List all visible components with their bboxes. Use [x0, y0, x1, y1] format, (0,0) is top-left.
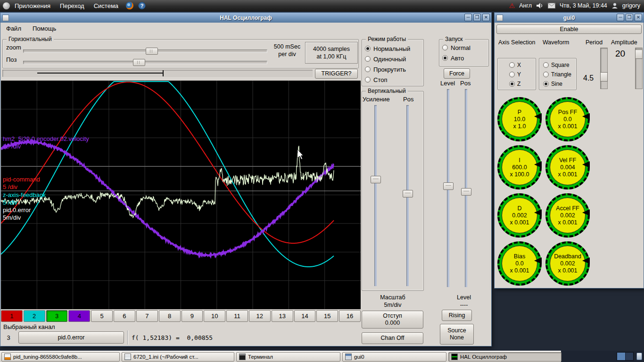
menu-applications[interactable]: Приложения [10, 0, 55, 11]
radio-normal[interactable]: Normal [439, 42, 488, 53]
force-button[interactable]: Force [444, 68, 470, 79]
menu-help[interactable]: Помощь [27, 25, 62, 32]
menu-system[interactable]: Система [89, 0, 123, 11]
source-value: None [450, 334, 464, 341]
knob-d[interactable]: D0.002x 0.001 [497, 193, 542, 238]
maximize-button[interactable]: ❐ [626, 14, 633, 21]
channel-button-5[interactable]: 5 [91, 310, 113, 322]
trigger-button[interactable]: TRIGGER? [315, 69, 358, 79]
zoom-slider-track[interactable] [23, 49, 267, 53]
gui0-titlebar[interactable]: gui0 ─ ❐ ✕ [495, 13, 644, 23]
menu-file[interactable]: Файл [0, 25, 27, 32]
keyboard-layout-indicator[interactable]: Англ [519, 2, 532, 9]
channel-button-12[interactable]: 12 [249, 310, 271, 322]
workspace-switcher[interactable] [617, 352, 634, 361]
trigger-source-button[interactable]: Source None [440, 324, 474, 345]
channel-button-16[interactable]: 16 [339, 310, 361, 322]
radio-icon [509, 72, 515, 77]
radio-y[interactable]: Y [506, 70, 536, 79]
trigger-level-slider-handle[interactable] [443, 182, 454, 190]
radio-z[interactable]: Z [506, 79, 536, 89]
knob-pos-ff[interactable]: Pos FF0.0x 0.001 [545, 97, 590, 141]
workspace-1[interactable] [617, 353, 626, 360]
channel-button-7[interactable]: 7 [136, 310, 158, 322]
knob-accel-ff[interactable]: Accel FF0.002x 0.001 [545, 193, 590, 238]
pos-slider-track[interactable] [23, 61, 267, 64]
channel-button-13[interactable]: 13 [272, 310, 293, 322]
channel-button-15[interactable]: 15 [316, 310, 338, 322]
knob-bias[interactable]: Bias0.0x 0.001 [497, 241, 542, 286]
radio-нормальный[interactable]: Нормальный [362, 43, 423, 54]
taskbar-item-терминал[interactable]: Терминал [236, 352, 340, 362]
period-slider-track[interactable] [600, 48, 608, 89]
axis-selection-label: Axis Selection [498, 39, 536, 46]
selected-channel-name-button[interactable]: pid.0.error [18, 331, 124, 344]
radio-одиночный[interactable]: Одиночный [362, 54, 423, 64]
radio-стоп[interactable]: Стоп [362, 74, 423, 85]
warning-icon[interactable]: ⚠ [509, 2, 515, 9]
taskbar-item-6720-1-ini-рабочий-ст[interactable]: 6720_1.ini (~/Рабочий ст... [122, 352, 234, 362]
vertical-pos-slider-handle[interactable] [403, 190, 413, 197]
halscope-titlebar[interactable]: HAL Осциллограф ─ ❐ ✕ [0, 13, 491, 23]
amplitude-value: 20 [615, 49, 625, 59]
close-button[interactable]: ✕ [635, 14, 642, 21]
channel-button-11[interactable]: 11 [226, 310, 248, 322]
taskbar-item-pid-tuning-865580c9afe8b[interactable]: pid_tuning-865580c9afe8b... [1, 352, 120, 362]
channel-button-6[interactable]: 6 [114, 310, 135, 322]
radio-x[interactable]: X [506, 60, 536, 70]
channel-button-4[interactable]: 4 [68, 310, 90, 322]
minimize-button[interactable]: ─ [464, 14, 472, 21]
help-launcher-icon[interactable]: ? [138, 2, 146, 9]
mail-icon[interactable] [548, 3, 555, 8]
radio-triangle[interactable]: Triangle [540, 70, 576, 79]
channel-button-3[interactable]: 3 [46, 310, 68, 322]
channel-button-2[interactable]: 2 [24, 310, 45, 322]
radio-авто[interactable]: Авто [439, 53, 488, 63]
close-button[interactable]: ✕ [482, 14, 490, 21]
workspace-2[interactable] [626, 353, 634, 360]
user-name[interactable]: grigory [622, 2, 640, 9]
channel-button-9[interactable]: 9 [182, 310, 203, 322]
channel-button-14[interactable]: 14 [294, 310, 316, 322]
waveform-group: SquareTriangleSine [539, 58, 577, 90]
trigger-button-label: TRIGGER? [322, 70, 352, 77]
knob-i[interactable]: I600.0x 100.0 [497, 145, 542, 189]
menu-places[interactable]: Переход [55, 0, 89, 11]
gnome-logo-icon[interactable] [3, 2, 10, 9]
user-icon [611, 2, 618, 9]
channel-button-10[interactable]: 10 [204, 310, 225, 322]
rising-button[interactable]: Rising [442, 310, 472, 321]
knob-vel-ff[interactable]: Vel FF0.004x 0.001 [545, 145, 590, 189]
taskbar-item-hal-осциллограф[interactable]: HAL Осциллограф [448, 352, 561, 362]
samples-info-box[interactable]: 4000 samplesat 1,00 КГц [305, 42, 358, 64]
radio-label: Triangle [551, 71, 571, 78]
knob-pointer-icon [582, 161, 590, 168]
record-position-bar[interactable] [2, 70, 313, 77]
offset-button[interactable]: Отступ 0.000 [362, 311, 423, 329]
gain-slider-track[interactable] [374, 105, 377, 286]
knob-p[interactable]: P10.0x 1.0 [497, 97, 542, 141]
radio-icon [543, 62, 549, 68]
radio-icon [509, 62, 515, 68]
channel-button-8[interactable]: 8 [159, 310, 181, 322]
pos-slider-handle[interactable] [133, 59, 145, 66]
gain-slider-handle[interactable] [371, 176, 381, 183]
radio-прокрутить[interactable]: Прокрутить [362, 64, 423, 74]
radio-sine[interactable]: Sine [540, 79, 576, 89]
taskbar-item-gui0[interactable]: gui0 [342, 352, 446, 362]
volume-icon[interactable] [536, 2, 544, 9]
channel-button-1[interactable]: 1 [1, 310, 23, 322]
firefox-launcher-icon[interactable] [126, 2, 133, 9]
clock[interactable]: Чтв, 3 Май, 19:44 [560, 2, 607, 9]
knob-deadband[interactable]: Deadband0.002x 0.001 [545, 241, 590, 286]
minimize-button[interactable]: ─ [617, 14, 624, 21]
trigger-pos-slider-handle[interactable] [461, 188, 471, 196]
trash-applet-icon[interactable] [636, 353, 642, 360]
amplitude-slider-handle[interactable] [635, 49, 643, 59]
radio-square[interactable]: Square [540, 60, 576, 70]
maximize-button[interactable]: ❐ [473, 14, 481, 21]
enable-button[interactable]: Enable [496, 25, 642, 34]
chan-off-button[interactable]: Chan Off [362, 332, 423, 344]
zoom-slider-handle[interactable] [146, 48, 158, 55]
period-slider-handle[interactable] [600, 72, 608, 82]
